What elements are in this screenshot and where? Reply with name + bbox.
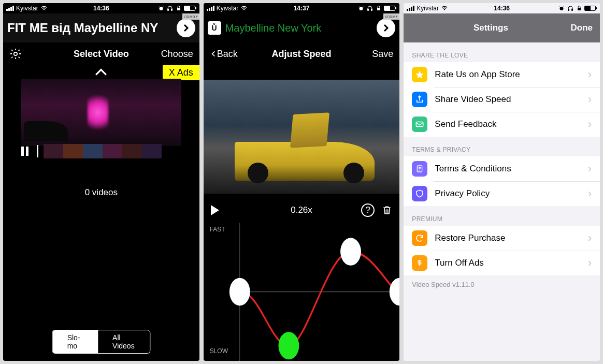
- chevron-right-icon: ›: [588, 93, 592, 106]
- video-preview: X Ads: [3, 65, 199, 158]
- speed-label: 0.26x: [291, 205, 312, 215]
- row-label: Rate Us on App Store: [435, 69, 520, 80]
- svg-rect-7: [371, 9, 372, 11]
- chevron-right-icon: ›: [588, 187, 592, 200]
- section-terms: TERMS & PRIVACY: [404, 137, 600, 156]
- svg-rect-8: [377, 8, 380, 10]
- row-label: Share Video Speed: [435, 94, 511, 105]
- chevron-right-icon: ›: [588, 256, 592, 270]
- lock-icon: [576, 5, 583, 11]
- back-button[interactable]: Back: [210, 49, 238, 60]
- clock: 14:36: [494, 5, 510, 12]
- screen-settings: Kyivstar 14:36 Settings Done SHARE THE L…: [404, 3, 600, 361]
- row-terms[interactable]: Terms & Conditions ›: [404, 156, 600, 181]
- battery-icon: [384, 6, 395, 11]
- ad-title: FIT ME від Maybelline NY: [7, 21, 158, 35]
- pause-button[interactable]: [21, 147, 28, 156]
- carrier-label: Kyivstar: [417, 5, 439, 12]
- curve-handle[interactable]: [340, 238, 361, 265]
- status-bar: Kyivstar 14:36: [404, 3, 600, 13]
- mail-icon: [412, 117, 427, 132]
- chevron-right-icon: ›: [588, 231, 592, 245]
- settings-header: Settings Done: [404, 13, 600, 42]
- alarm-icon: [157, 5, 165, 11]
- svg-rect-3: [177, 8, 180, 10]
- row-restore-purchase[interactable]: Restore Purchase ›: [404, 226, 600, 251]
- ad-arrow-button[interactable]: [377, 19, 395, 37]
- row-label: Privacy Policy: [435, 188, 490, 199]
- ad-tag: клам▾: [383, 13, 399, 20]
- row-rate-us[interactable]: Rate Us on App Store ›: [404, 62, 600, 87]
- svg-rect-2: [171, 9, 172, 11]
- curve-handle-active[interactable]: [278, 332, 299, 359]
- chevron-up-icon[interactable]: [94, 65, 108, 80]
- headphones-icon: [567, 5, 574, 11]
- nav-title: Adjust Speed: [271, 49, 331, 60]
- chevron-right-icon: ›: [588, 162, 592, 176]
- wifi-icon: [441, 5, 448, 11]
- ad-arrow-button[interactable]: [177, 19, 195, 37]
- signal-icon: [6, 6, 14, 11]
- segment-slomo[interactable]: Slo-mo: [53, 330, 98, 353]
- speed-curve-editor[interactable]: FAST SLOW: [204, 223, 400, 361]
- row-feedback[interactable]: Send Feedback ›: [404, 112, 600, 137]
- svg-rect-12: [568, 9, 569, 11]
- trash-icon[interactable]: [382, 205, 392, 216]
- svg-rect-14: [578, 8, 581, 10]
- curve-handle[interactable]: [389, 278, 399, 305]
- thumbnail-strip[interactable]: [44, 144, 162, 158]
- segmented-control[interactable]: Slo-mo All Videos: [52, 330, 150, 354]
- video-preview[interactable]: [204, 80, 400, 194]
- alarm-icon: [558, 5, 565, 11]
- ad-tag: лама▾: [182, 13, 199, 20]
- row-share[interactable]: Share Video Speed ›: [404, 87, 600, 112]
- lock-icon: [375, 5, 382, 11]
- screen-select-video: Kyivstar 14:36 лама▾ FIT ME від Maybelli…: [3, 3, 199, 361]
- status-bar: Kyivstar 14:37: [204, 3, 400, 13]
- section-share: SHARE THE LOVE: [404, 42, 600, 62]
- ad-banner[interactable]: клам▾ Ů Maybelline New York: [204, 13, 400, 42]
- segment-all-videos[interactable]: All Videos: [98, 330, 150, 353]
- headphones-icon: [366, 5, 374, 11]
- choose-button[interactable]: Choose: [161, 49, 193, 60]
- row-label: Restore Purchase: [435, 233, 505, 243]
- video-count-label: 0 videos: [3, 187, 199, 198]
- section-premium: PREMIUM: [404, 206, 600, 226]
- svg-rect-15: [417, 122, 424, 127]
- play-button[interactable]: [211, 205, 219, 215]
- playhead[interactable]: [37, 145, 38, 157]
- battery-icon: [584, 6, 596, 11]
- signal-icon: [407, 6, 414, 11]
- row-label: Terms & Conditions: [435, 164, 511, 174]
- svg-point-11: [560, 7, 564, 10]
- ad-banner[interactable]: лама▾ FIT ME від Maybelline NY: [3, 13, 199, 42]
- alarm-icon: [357, 5, 365, 11]
- status-bar: Kyivstar 14:36: [3, 3, 199, 13]
- curve-handle[interactable]: [229, 278, 250, 305]
- carrier-label: Kyivstar: [217, 5, 239, 12]
- chevron-right-icon: [181, 23, 191, 33]
- playback-controls: 0.26x ?: [204, 200, 400, 221]
- svg-point-0: [159, 7, 163, 10]
- ad-logo: Ů: [208, 21, 221, 35]
- row-privacy[interactable]: Privacy Policy ›: [404, 181, 600, 206]
- row-label: Send Feedback: [435, 119, 496, 129]
- nav-bar: Back Adjust Speed Save: [204, 42, 400, 65]
- gear-icon[interactable]: [9, 48, 22, 60]
- svg-rect-6: [368, 9, 369, 11]
- help-button[interactable]: ?: [361, 203, 375, 217]
- signal-icon: [207, 6, 214, 11]
- dollar-icon: [412, 255, 427, 271]
- chevron-right-icon: [381, 23, 391, 33]
- svg-point-4: [14, 52, 17, 55]
- restore-icon: [412, 230, 427, 246]
- close-ads-button[interactable]: X Ads: [163, 65, 199, 80]
- save-button[interactable]: Save: [372, 49, 393, 60]
- video-thumbnail[interactable]: [21, 79, 181, 146]
- done-button[interactable]: Done: [571, 23, 593, 33]
- settings-title: Settings: [473, 23, 508, 33]
- row-turn-off-ads[interactable]: Turn Off Ads ›: [404, 251, 600, 275]
- ad-title: Maybelline New York: [225, 22, 322, 34]
- headphones-icon: [166, 5, 174, 11]
- wifi-icon: [240, 5, 248, 11]
